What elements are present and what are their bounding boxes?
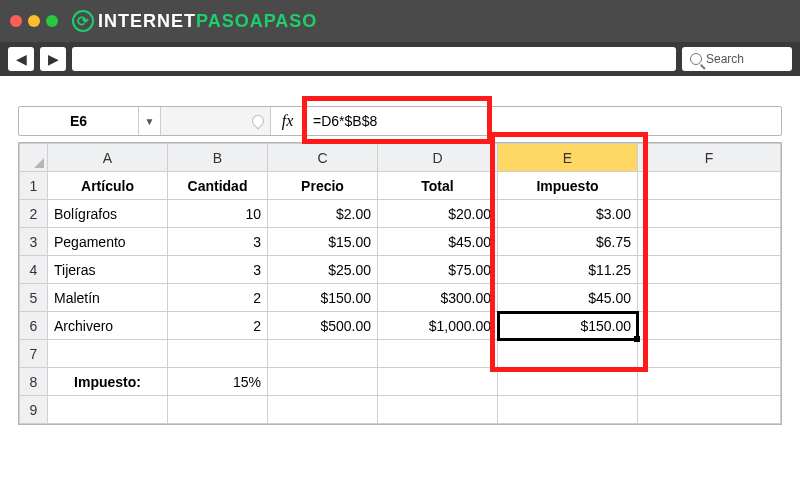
cell-b7[interactable] [168, 340, 268, 368]
fx-icon[interactable]: fx [271, 107, 305, 135]
cell-c8[interactable] [268, 368, 378, 396]
cell-c2[interactable]: $2.00 [268, 200, 378, 228]
back-button[interactable]: ◀ [8, 47, 34, 71]
close-icon[interactable] [10, 15, 22, 27]
row-head-7[interactable]: 7 [20, 340, 48, 368]
name-box-dropdown-icon[interactable]: ▼ [139, 107, 161, 135]
formula-cancel-area [161, 107, 271, 135]
cell-b2[interactable]: 10 [168, 200, 268, 228]
forward-button[interactable]: ▶ [40, 47, 66, 71]
cell-b5[interactable]: 2 [168, 284, 268, 312]
search-icon [690, 53, 702, 65]
col-head-b[interactable]: B [168, 144, 268, 172]
maximize-icon[interactable] [46, 15, 58, 27]
cell-a5[interactable]: Maletín [48, 284, 168, 312]
cell-e9[interactable] [498, 396, 638, 424]
col-head-c[interactable]: C [268, 144, 378, 172]
cell-a2[interactable]: Bolígrafos [48, 200, 168, 228]
cell-c4[interactable]: $25.00 [268, 256, 378, 284]
cell-d4[interactable]: $75.00 [378, 256, 498, 284]
cell-e3[interactable]: $6.75 [498, 228, 638, 256]
row-head-1[interactable]: 1 [20, 172, 48, 200]
col-head-f[interactable]: F [638, 144, 781, 172]
cell-f7[interactable] [638, 340, 781, 368]
cell-d2[interactable]: $20.00 [378, 200, 498, 228]
name-box[interactable]: E6 [19, 107, 139, 135]
col-head-a[interactable]: A [48, 144, 168, 172]
cell-d7[interactable] [378, 340, 498, 368]
row-head-4[interactable]: 4 [20, 256, 48, 284]
cell-b3[interactable]: 3 [168, 228, 268, 256]
cell-d5[interactable]: $300.00 [378, 284, 498, 312]
cell-e8[interactable] [498, 368, 638, 396]
cell-e2[interactable]: $3.00 [498, 200, 638, 228]
cell-d1[interactable]: Total [378, 172, 498, 200]
cell-a9[interactable] [48, 396, 168, 424]
row-head-6[interactable]: 6 [20, 312, 48, 340]
cell-a4[interactable]: Tijeras [48, 256, 168, 284]
col-head-d[interactable]: D [378, 144, 498, 172]
cell-b9[interactable] [168, 396, 268, 424]
cell-f3[interactable] [638, 228, 781, 256]
cell-a1[interactable]: Artículo [48, 172, 168, 200]
col-head-e[interactable]: E [498, 144, 638, 172]
cell-c5[interactable]: $150.00 [268, 284, 378, 312]
cell-f9[interactable] [638, 396, 781, 424]
cell-b4[interactable]: 3 [168, 256, 268, 284]
browser-titlebar: ⟳ INTERNETPASOAPASO [0, 0, 800, 42]
cell-e4[interactable]: $11.25 [498, 256, 638, 284]
cell-e6-active[interactable]: $150.00 [498, 312, 638, 340]
spreadsheet-app: E6 ▼ fx =D6*$B$8 A B C D E F 1 Artículo … [0, 76, 800, 500]
cell-c9[interactable] [268, 396, 378, 424]
cell-f1[interactable] [638, 172, 781, 200]
search-box[interactable]: Search [682, 47, 792, 71]
cell-a8[interactable]: Impuesto: [48, 368, 168, 396]
logo-badge-icon: ⟳ [72, 10, 94, 32]
cell-f4[interactable] [638, 256, 781, 284]
cell-c7[interactable] [268, 340, 378, 368]
row-head-5[interactable]: 5 [20, 284, 48, 312]
cell-e5[interactable]: $45.00 [498, 284, 638, 312]
cell-a3[interactable]: Pegamento [48, 228, 168, 256]
url-input[interactable] [72, 47, 676, 71]
formula-input[interactable]: =D6*$B$8 [305, 107, 781, 135]
formula-bar: E6 ▼ fx =D6*$B$8 [18, 106, 782, 136]
minimize-icon[interactable] [28, 15, 40, 27]
cell-f6[interactable] [638, 312, 781, 340]
cell-d9[interactable] [378, 396, 498, 424]
cell-c1[interactable]: Precio [268, 172, 378, 200]
cell-c6[interactable]: $500.00 [268, 312, 378, 340]
row-head-8[interactable]: 8 [20, 368, 48, 396]
select-all-corner[interactable] [20, 144, 48, 172]
cell-d3[interactable]: $45.00 [378, 228, 498, 256]
cell-b8[interactable]: 15% [168, 368, 268, 396]
cell-a6[interactable]: Archivero [48, 312, 168, 340]
cell-b6[interactable]: 2 [168, 312, 268, 340]
row-head-3[interactable]: 3 [20, 228, 48, 256]
window-controls [10, 15, 58, 27]
cell-a7[interactable] [48, 340, 168, 368]
cell-e1[interactable]: Impuesto [498, 172, 638, 200]
cell-e7[interactable] [498, 340, 638, 368]
browser-navbar: ◀ ▶ Search [0, 42, 800, 76]
row-head-2[interactable]: 2 [20, 200, 48, 228]
cell-f8[interactable] [638, 368, 781, 396]
brand-part-1: INTERNET [98, 11, 196, 31]
brand-part-2: PASOAPASO [196, 11, 317, 31]
cell-f5[interactable] [638, 284, 781, 312]
cell-d8[interactable] [378, 368, 498, 396]
cell-d6[interactable]: $1,000.00 [378, 312, 498, 340]
cell-c3[interactable]: $15.00 [268, 228, 378, 256]
spreadsheet-grid[interactable]: A B C D E F 1 Artículo Cantidad Precio T… [18, 142, 782, 425]
cell-b1[interactable]: Cantidad [168, 172, 268, 200]
site-logo: ⟳ INTERNETPASOAPASO [72, 10, 317, 32]
row-head-9[interactable]: 9 [20, 396, 48, 424]
search-placeholder: Search [706, 52, 744, 66]
cell-f2[interactable] [638, 200, 781, 228]
